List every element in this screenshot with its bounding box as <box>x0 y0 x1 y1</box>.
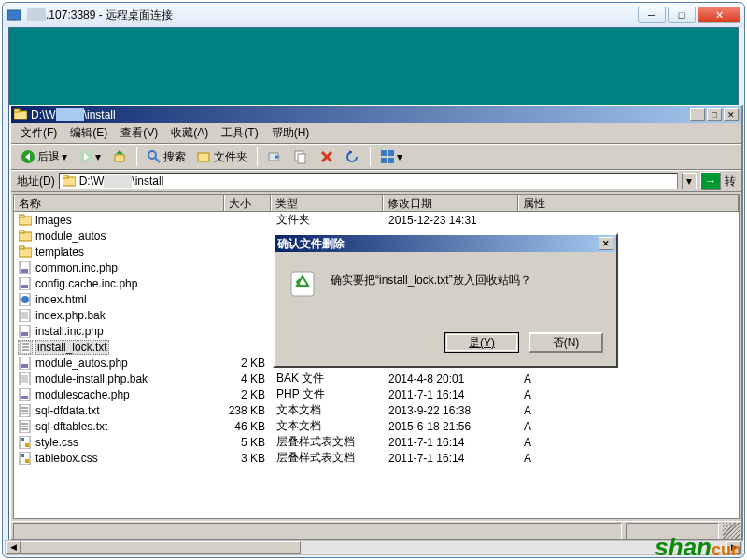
col-type[interactable]: 类型 <box>271 195 383 211</box>
col-date[interactable]: 修改日期 <box>383 195 518 211</box>
folder-icon <box>18 229 33 244</box>
file-name: index.php.bak <box>35 309 106 322</box>
file-size: 46 KB <box>224 420 271 433</box>
up-button[interactable] <box>108 147 131 166</box>
file-date: 2011-7-1 16:14 <box>383 388 518 401</box>
undo-button[interactable] <box>342 147 364 166</box>
table-row[interactable]: module-install.php.bak4 KBBAK 文件2014-4-8… <box>14 371 739 386</box>
file-name: module_autos.php <box>35 357 128 370</box>
file-name: module_autos <box>35 230 106 243</box>
table-row[interactable]: modulescache.php2 KBPHP 文件2011-7-1 16:14… <box>14 386 739 402</box>
menu-view[interactable]: 查看(V) <box>115 123 163 143</box>
txt-icon <box>18 340 33 355</box>
file-date: 2014-4-8 20:01 <box>383 372 518 385</box>
scrollbar-thumb[interactable] <box>21 541 301 554</box>
list-header: 名称 大小 类型 修改日期 属性 <box>14 195 739 212</box>
address-input[interactable]: D:\Wxxxxx\install <box>59 173 678 189</box>
search-button[interactable]: 搜索 <box>143 147 190 167</box>
svg-rect-18 <box>63 175 68 178</box>
toolbar: 后退 ▾ ▾ 搜索 文件夹 ▾ <box>11 144 741 170</box>
table-row[interactable]: style.css5 KB层叠样式表文档2011-7-1 16:14A <box>14 434 739 450</box>
file-date: 2015-12-23 14:31 <box>383 214 518 227</box>
file-name: module-install.php.bak <box>35 372 148 385</box>
explorer-maximize[interactable]: □ <box>707 108 722 121</box>
folders-icon <box>197 149 212 164</box>
svg-point-7 <box>148 151 156 159</box>
php-icon <box>18 356 33 371</box>
rdp-titlebar: 000.107:3389 - 远程桌面连接 ─ □ ✕ <box>3 3 744 27</box>
menu-file[interactable]: 文件(F) <box>15 123 63 143</box>
views-button[interactable]: ▾ <box>376 147 406 166</box>
file-name: sql-dftables.txt <box>35 420 107 433</box>
svg-rect-13 <box>381 150 387 156</box>
file-name: config.cache.inc.php <box>35 277 137 290</box>
menu-tools[interactable]: 工具(T) <box>216 123 263 143</box>
php-icon <box>18 387 33 402</box>
css-icon <box>18 435 33 450</box>
back-button[interactable]: 后退 ▾ <box>17 147 71 167</box>
go-button[interactable]: → <box>700 172 721 190</box>
folder-icon <box>18 213 33 228</box>
no-button[interactable]: 否(N) <box>529 332 603 353</box>
table-row[interactable]: sql-dfdata.txt238 KB文本文档2013-9-22 16:38A <box>14 402 739 418</box>
table-row[interactable]: sql-dftables.txt46 KB文本文档2015-6-18 21:56… <box>14 418 739 434</box>
file-type: BAK 文件 <box>271 371 383 386</box>
svg-rect-40 <box>21 364 28 368</box>
confirm-delete-dialog: 确认文件删除 ✕ 确实要把“install_lock.txt”放入回收站吗？ 是… <box>273 233 618 368</box>
file-date: 2011-7-1 16:14 <box>383 436 518 449</box>
rdp-title: 000.107:3389 - 远程桌面连接 <box>27 7 638 23</box>
txt-icon <box>18 419 33 434</box>
php-icon <box>18 260 33 275</box>
col-name[interactable]: 名称 <box>14 195 224 211</box>
svg-rect-54 <box>21 438 24 441</box>
move-button[interactable] <box>263 147 286 166</box>
svg-rect-15 <box>381 158 387 163</box>
delete-button[interactable] <box>316 147 338 166</box>
file-name: common.inc.php <box>35 261 118 274</box>
menu-favorites[interactable]: 收藏(A) <box>165 123 214 143</box>
svg-rect-12 <box>298 154 305 163</box>
php-icon <box>18 324 33 339</box>
svg-point-30 <box>21 296 29 303</box>
minimize-button[interactable]: ─ <box>638 7 666 23</box>
yes-button[interactable]: 是(Y) <box>444 332 519 353</box>
col-size[interactable]: 大小 <box>224 195 271 211</box>
dialog-message: 确实要把“install_lock.txt”放入回收站吗？ <box>331 269 531 321</box>
dialog-close[interactable]: ✕ <box>599 237 613 250</box>
undo-icon <box>345 149 360 164</box>
file-date: 2011-7-1 16:14 <box>383 452 518 465</box>
svg-line-8 <box>155 158 160 162</box>
col-attr[interactable]: 属性 <box>518 195 739 211</box>
maximize-button[interactable]: □ <box>668 7 696 23</box>
svg-rect-32 <box>21 312 28 319</box>
svg-rect-0 <box>7 10 21 20</box>
close-button[interactable]: ✕ <box>698 7 740 23</box>
folders-button[interactable]: 文件夹 <box>193 147 251 167</box>
up-icon <box>112 149 127 164</box>
copy-button[interactable] <box>289 147 312 166</box>
svg-rect-24 <box>19 246 24 249</box>
forward-button[interactable]: ▾ <box>75 147 105 166</box>
svg-rect-6 <box>115 155 124 161</box>
folder-icon <box>14 108 27 121</box>
svg-rect-34 <box>21 332 28 336</box>
svg-rect-55 <box>25 443 29 447</box>
file-attr: A <box>518 388 574 401</box>
back-label: 后退 <box>37 149 60 165</box>
table-row[interactable]: images文件夹2015-12-23 14:31 <box>14 212 739 228</box>
file-name: modulescache.php <box>35 388 130 401</box>
explorer-minimize[interactable]: _ <box>690 108 705 121</box>
explorer-close[interactable]: ✕ <box>724 108 739 121</box>
file-type: 文本文档 <box>271 418 383 434</box>
horizontal-scrollbar[interactable]: ◀ ▶ <box>5 540 742 555</box>
menu-help[interactable]: 帮助(H) <box>266 123 316 143</box>
file-size: 2 KB <box>224 357 271 370</box>
svg-rect-16 <box>388 158 394 163</box>
address-dropdown[interactable]: ▾ <box>682 173 697 189</box>
table-row[interactable]: tablebox.css3 KB层叠样式表文档2011-7-1 16:14A <box>14 450 739 466</box>
file-type: 文件夹 <box>271 212 383 228</box>
menu-edit[interactable]: 编辑(E) <box>64 123 113 143</box>
bak-icon <box>18 308 33 323</box>
folders-label: 文件夹 <box>214 149 247 165</box>
svg-rect-22 <box>19 231 24 233</box>
